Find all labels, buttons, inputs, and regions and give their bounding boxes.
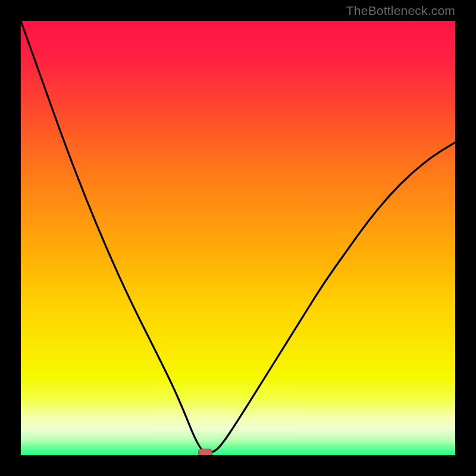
bottleneck-curve <box>21 21 455 455</box>
chart-frame: TheBottleneck.com <box>0 0 476 476</box>
plot-area <box>21 21 455 455</box>
watermark-text: TheBottleneck.com <box>346 4 455 18</box>
optimum-marker <box>198 449 212 455</box>
